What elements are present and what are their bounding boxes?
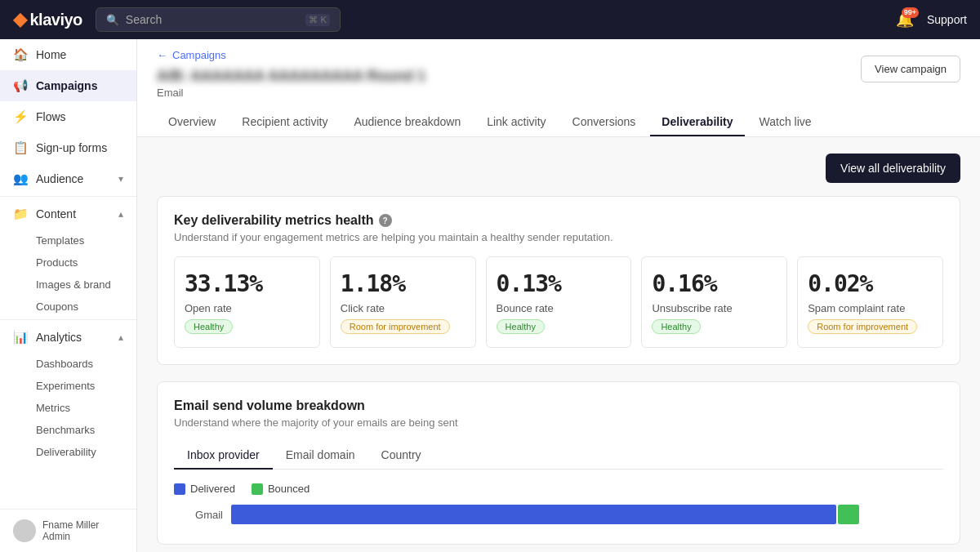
metric-label: Click rate <box>341 302 466 314</box>
metric-value: 33.13% <box>185 270 310 297</box>
sidebar-item-analytics[interactable]: 📊 Analytics ▴ <box>0 322 136 353</box>
breadcrumb[interactable]: ← Campaigns <box>157 49 425 61</box>
tab-audience-breakdown[interactable]: Audience breakdown <box>342 109 472 136</box>
logo: ◆ klaviyo <box>13 9 82 30</box>
legend-dot-delivered <box>174 483 185 495</box>
metric-badge: Healthy <box>185 319 233 334</box>
metric-value: 0.13% <box>497 270 621 297</box>
sidebar-sub-templates[interactable]: Templates <box>0 229 136 252</box>
sidebar-item-content[interactable]: 📁 Content ▴ <box>0 198 136 229</box>
metric-value: 0.02% <box>808 270 933 297</box>
avatar <box>13 519 36 542</box>
sidebar: 🏠 Home 📢 Campaigns ⚡ Flows 📋 Sign-up for… <box>0 39 137 552</box>
volume-card-subtitle: Understand where the majority of your em… <box>174 416 943 429</box>
metric-badge: Room for improvement <box>808 319 917 334</box>
bar-bounced-gmail <box>838 505 859 524</box>
metric-click-rate: 1.18% Click rate Room for improvement <box>330 256 476 348</box>
support-link[interactable]: Support <box>927 13 967 26</box>
sidebar-sub-images-brand[interactable]: Images & brand <box>0 274 136 296</box>
notifications-button[interactable]: 🔔 99+ <box>896 11 914 29</box>
tab-deliverability[interactable]: Deliverability <box>650 109 744 136</box>
campaign-tabs: Overview Recipient activity Audience bre… <box>157 109 960 136</box>
deliverability-content: View all deliverability Key deliverabili… <box>137 137 980 552</box>
sidebar-item-signup-forms[interactable]: 📋 Sign-up forms <box>0 132 136 163</box>
campaigns-icon: 📢 <box>13 78 28 93</box>
sidebar-item-label: Home <box>36 48 66 61</box>
bar-chart: Gmail <box>174 505 943 524</box>
sidebar-item-label: Audience <box>36 172 83 185</box>
tab-watch-live[interactable]: Watch live <box>748 109 823 136</box>
logo-icon: ◆ <box>13 9 27 30</box>
sidebar-item-home[interactable]: 🏠 Home <box>0 39 136 70</box>
analytics-chevron: ▴ <box>118 332 123 343</box>
home-icon: 🏠 <box>13 47 28 62</box>
metric-spam-rate: 0.02% Spam complaint rate Room for impro… <box>797 256 943 348</box>
sidebar-sub-deliverability[interactable]: Deliverability <box>0 441 136 463</box>
sidebar-item-label: Flows <box>36 110 66 123</box>
search-placeholder: Search <box>126 13 162 26</box>
user-name: Fname Miller <box>42 519 99 531</box>
metric-value: 1.18% <box>341 270 466 297</box>
sidebar-item-campaigns[interactable]: 📢 Campaigns <box>0 70 136 101</box>
sidebar-sub-metrics[interactable]: Metrics <box>0 397 136 419</box>
main-layout: 🏠 Home 📢 Campaigns ⚡ Flows 📋 Sign-up for… <box>0 39 980 552</box>
metrics-card: Key deliverability metrics health ? Unde… <box>157 196 960 365</box>
campaign-title: A/B: AAAAAAA AAAAAAAAA Round 1 <box>157 68 425 85</box>
content-icon: 📁 <box>13 207 28 221</box>
breadcrumb-label: Campaigns <box>172 49 226 61</box>
metric-label: Open rate <box>185 302 310 314</box>
metric-bounce-rate: 0.13% Bounce rate Healthy <box>486 256 632 348</box>
divider2 <box>0 319 136 320</box>
metrics-card-title: Key deliverability metrics health ? <box>174 213 943 228</box>
campaign-header: ← Campaigns A/B: AAAAAAA AAAAAAAAA Round… <box>137 39 980 137</box>
tab-recipient-activity[interactable]: Recipient activity <box>230 109 339 136</box>
tab-link-activity[interactable]: Link activity <box>475 109 557 136</box>
tab-conversions[interactable]: Conversions <box>561 109 648 136</box>
breadcrumb-arrow: ← <box>157 49 167 61</box>
legend-dot-bounced <box>252 483 263 495</box>
divider <box>0 196 136 197</box>
bar-delivered-gmail <box>231 505 836 524</box>
signup-forms-icon: 📋 <box>13 140 28 155</box>
sidebar-item-label: Campaigns <box>36 79 97 92</box>
bar-row-gmail: Gmail <box>174 505 943 524</box>
campaign-type: Email <box>157 87 425 99</box>
metric-value: 0.16% <box>652 270 777 297</box>
legend-delivered: Delivered <box>174 483 235 495</box>
sidebar-sub-benchmarks[interactable]: Benchmarks <box>0 419 136 441</box>
analytics-icon: 📊 <box>13 330 28 345</box>
bar-container <box>231 505 943 524</box>
metric-badge: Room for improvement <box>341 319 450 334</box>
user-role: Admin <box>42 531 99 542</box>
tab-overview[interactable]: Overview <box>157 109 227 136</box>
info-icon[interactable]: ? <box>379 214 392 227</box>
sidebar-sub-coupons[interactable]: Coupons <box>0 296 136 318</box>
search-bar[interactable]: 🔍 Search ⌘ K <box>96 7 341 32</box>
notif-badge: 99+ <box>902 7 919 18</box>
volume-card-title: Email send volume breakdown <box>174 398 943 413</box>
volume-card: Email send volume breakdown Understand w… <box>157 381 960 545</box>
view-campaign-button[interactable]: View campaign <box>861 56 960 82</box>
audience-icon: 👥 <box>13 171 28 186</box>
volume-tabs: Inbox provider Email domain Country <box>174 442 943 470</box>
metric-unsub-rate: 0.16% Unsubscribe rate Healthy <box>641 256 787 348</box>
sidebar-sub-products[interactable]: Products <box>0 252 136 274</box>
metric-badge: Healthy <box>652 319 700 334</box>
volume-tab-inbox-provider[interactable]: Inbox provider <box>174 442 273 470</box>
metrics-card-subtitle: Understand if your engagement metrics ar… <box>174 231 943 243</box>
metric-label: Spam complaint rate <box>808 302 933 314</box>
sidebar-sub-dashboards[interactable]: Dashboards <box>0 353 136 375</box>
topnav: ◆ klaviyo 🔍 Search ⌘ K 🔔 99+ Support <box>0 0 980 39</box>
metric-label: Unsubscribe rate <box>652 302 777 314</box>
sidebar-sub-experiments[interactable]: Experiments <box>0 375 136 397</box>
volume-tab-email-domain[interactable]: Email domain <box>273 442 368 470</box>
user-profile[interactable]: Fname Miller Admin <box>0 509 136 552</box>
view-all-deliverability-button[interactable]: View all deliverability <box>826 154 960 183</box>
topnav-right: 🔔 99+ Support <box>896 11 967 29</box>
sidebar-item-flows[interactable]: ⚡ Flows <box>0 101 136 132</box>
sidebar-item-audience[interactable]: 👥 Audience ▾ <box>0 163 136 194</box>
sidebar-item-label: Analytics <box>36 331 82 344</box>
search-kbd: ⌘ K <box>305 14 329 26</box>
volume-tab-country[interactable]: Country <box>368 442 434 470</box>
metrics-grid: 33.13% Open rate Healthy 1.18% Click rat… <box>174 256 943 348</box>
